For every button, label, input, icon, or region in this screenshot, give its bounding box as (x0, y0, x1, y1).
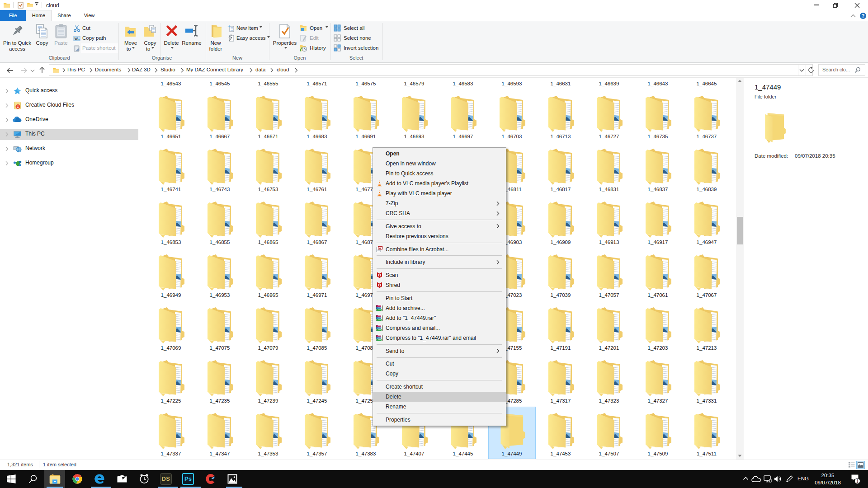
svg-text:W..: W.. (75, 37, 80, 41)
